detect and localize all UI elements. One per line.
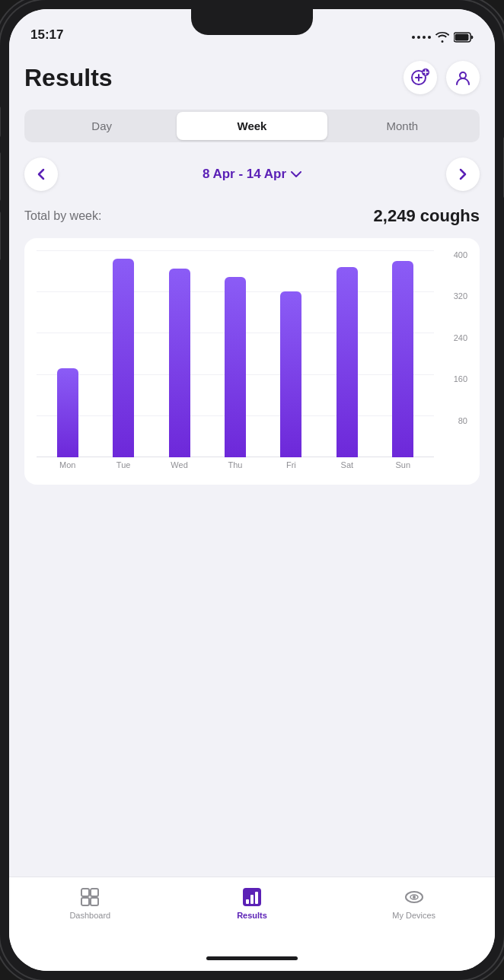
prev-date-button[interactable] (24, 158, 58, 191)
svg-rect-10 (246, 899, 249, 904)
x-label-tue: Tue (95, 460, 151, 479)
status-icons (412, 32, 474, 43)
x-label-wed: Wed (152, 460, 207, 479)
total-row: Total by week: 2,249 coughs (24, 206, 480, 226)
svg-point-15 (413, 896, 416, 899)
profile-icon (455, 69, 471, 86)
bar-thu (207, 250, 263, 457)
date-navigator: 8 Apr - 14 Apr (24, 158, 480, 191)
x-label-thu: Thu (207, 460, 263, 479)
chart-container: Mon Tue Wed Thu Fri Sat Sun 400 320 (24, 238, 480, 485)
total-label: Total by week: (24, 209, 101, 223)
svg-rect-5 (81, 889, 89, 896)
chevron-left-icon (37, 168, 45, 180)
bar-wed (152, 250, 207, 457)
tab-selector: Day Week Month (24, 110, 480, 142)
battery-icon (454, 32, 474, 43)
bar-mon-fill (57, 368, 78, 457)
svg-point-4 (460, 72, 466, 78)
results-icon (241, 886, 263, 908)
bar-sat (319, 250, 375, 457)
header: Results (24, 49, 480, 110)
bar-sun-fill (392, 261, 413, 457)
wifi-icon (435, 32, 449, 43)
nav-devices-label: My Devices (392, 911, 435, 920)
y-label-160: 160 (454, 374, 467, 383)
nav-dashboard[interactable]: Dashboard (9, 886, 171, 920)
home-indicator (9, 945, 495, 971)
add-circle-icon (410, 68, 430, 88)
add-button[interactable] (404, 61, 437, 94)
bar-sat-fill (337, 267, 358, 457)
x-label-sun: Sun (375, 460, 431, 479)
x-label-sat: Sat (319, 460, 375, 479)
date-range-display[interactable]: 8 Apr - 14 Apr (203, 167, 301, 182)
y-axis-labels: 400 320 240 160 80 (437, 250, 467, 457)
main-content: Results (9, 49, 495, 877)
next-date-button[interactable] (446, 158, 480, 191)
y-label-320: 320 (454, 291, 467, 301)
status-time: 15:17 (30, 27, 63, 43)
bars-container (37, 250, 434, 457)
svg-rect-11 (250, 895, 254, 904)
nav-dashboard-label: Dashboard (69, 911, 110, 920)
bar-fri-fill (280, 291, 301, 457)
svg-rect-8 (91, 898, 98, 905)
svg-rect-7 (81, 898, 89, 905)
bar-thu-fill (225, 277, 246, 457)
svg-rect-6 (91, 889, 98, 896)
page-title: Results (24, 64, 113, 92)
nav-results[interactable]: Results (171, 886, 333, 920)
nav-results-label: Results (237, 911, 267, 920)
tab-month[interactable]: Month (327, 112, 477, 140)
devices-icon (404, 886, 425, 908)
date-range-text: 8 Apr - 14 Apr (203, 167, 286, 182)
bottom-nav: Dashboard Results (9, 877, 495, 945)
x-label-fri: Fri (263, 460, 319, 479)
chevron-right-icon (459, 168, 467, 180)
bar-tue (95, 250, 151, 457)
y-label-80: 80 (458, 416, 467, 425)
bar-tue-fill (113, 259, 134, 457)
bar-mon (40, 250, 95, 457)
nav-devices[interactable]: My Devices (333, 886, 495, 920)
profile-button[interactable] (446, 61, 480, 94)
bar-wed-fill (169, 269, 190, 457)
bar-fri (263, 250, 319, 457)
svg-rect-12 (255, 892, 258, 904)
x-label-mon: Mon (40, 460, 95, 479)
bar-sun (375, 250, 431, 457)
dropdown-arrow-icon (291, 171, 301, 177)
header-actions (404, 61, 480, 94)
total-value: 2,249 coughs (374, 206, 480, 226)
home-bar (206, 956, 298, 960)
x-axis-labels: Mon Tue Wed Thu Fri Sat Sun (37, 460, 434, 479)
y-label-400: 400 (454, 250, 467, 259)
dashboard-icon (79, 886, 100, 908)
y-label-240: 240 (454, 333, 467, 342)
svg-rect-1 (455, 34, 469, 41)
tab-day[interactable]: Day (27, 112, 177, 140)
signal-icon (412, 36, 431, 39)
tab-week[interactable]: Week (177, 112, 327, 140)
chart-area: Mon Tue Wed Thu Fri Sat Sun 400 320 (37, 250, 467, 479)
